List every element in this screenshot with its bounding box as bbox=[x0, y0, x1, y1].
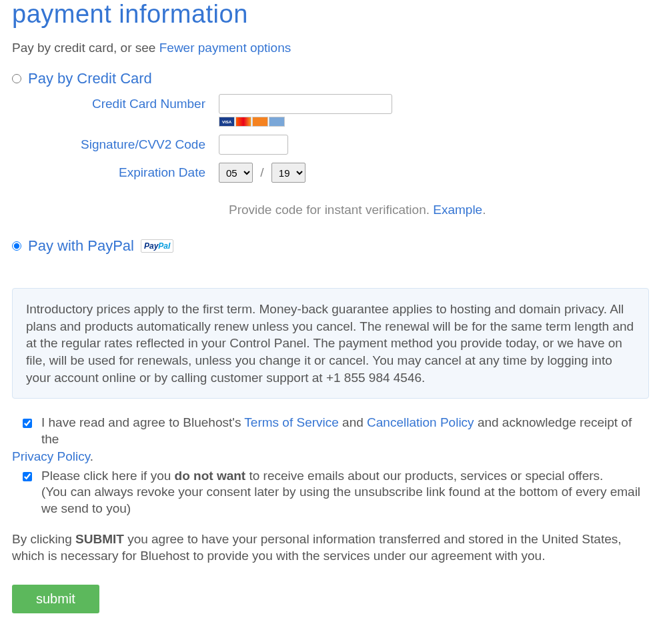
verify-suffix: . bbox=[482, 203, 486, 217]
disclosure-box: Introductory prices apply to the first t… bbox=[12, 288, 649, 399]
cvv-input[interactable] bbox=[219, 135, 288, 155]
tos-checkbox-row: I have read and agree to Bluehost's Term… bbox=[12, 415, 649, 447]
paypal-label: Pay with PayPal bbox=[28, 237, 134, 255]
exp-month-select[interactable]: 05 bbox=[219, 163, 253, 183]
card-brand-icons: VISA bbox=[219, 117, 649, 127]
optout-prefix: Please click here if you bbox=[41, 469, 175, 483]
optout-note: (You can always revoke your consent late… bbox=[41, 485, 640, 515]
optout-suffix: to receive emails about our products, se… bbox=[245, 469, 603, 483]
paypal-radio[interactable] bbox=[12, 241, 21, 251]
amex-icon bbox=[269, 117, 285, 127]
verify-instruction: Provide code for instant verification. E… bbox=[229, 203, 649, 217]
credit-card-radio[interactable] bbox=[12, 74, 21, 83]
tos-and: and bbox=[339, 415, 367, 429]
paypal-badge-pay: Pay bbox=[144, 241, 158, 251]
paypal-badge-pal: Pal bbox=[158, 241, 170, 251]
privacy-period: . bbox=[90, 449, 93, 463]
exp-year-select[interactable]: 19 bbox=[271, 163, 305, 183]
tos-link[interactable]: Terms of Service bbox=[244, 415, 338, 429]
final-agreement-text: By clicking SUBMIT you agree to have you… bbox=[12, 531, 649, 565]
submit-button[interactable]: submit bbox=[12, 585, 99, 613]
intro-prefix: Pay by credit card, or see bbox=[12, 41, 159, 55]
credit-card-label: Pay by Credit Card bbox=[28, 70, 152, 87]
privacy-policy-link[interactable]: Privacy Policy bbox=[12, 449, 90, 463]
fewer-payment-options-link[interactable]: Fewer payment options bbox=[159, 41, 291, 55]
tos-prefix: I have read and agree to Bluehost's bbox=[41, 415, 244, 429]
visa-icon: VISA bbox=[219, 117, 235, 127]
optout-checkbox-row: Please click here if you do not want to … bbox=[12, 468, 649, 517]
cancellation-policy-link[interactable]: Cancellation Policy bbox=[367, 415, 474, 429]
card-number-label: Credit Card Number bbox=[12, 94, 219, 111]
exp-separator: / bbox=[260, 165, 263, 180]
card-number-input[interactable] bbox=[219, 94, 392, 114]
mastercard-icon bbox=[235, 117, 251, 127]
credit-card-form: Credit Card Number VISA Signature/CVV2 C… bbox=[12, 94, 649, 183]
paypal-icon: PayPal bbox=[141, 239, 173, 253]
page-title: payment information bbox=[12, 0, 649, 29]
tos-checkbox[interactable] bbox=[23, 419, 32, 428]
cvv-label: Signature/CVV2 Code bbox=[12, 135, 219, 152]
privacy-policy-line: Privacy Policy. bbox=[12, 449, 649, 464]
final-bold: SUBMIT bbox=[75, 532, 124, 546]
final-prefix: By clicking bbox=[12, 532, 75, 546]
optout-checkbox[interactable] bbox=[23, 472, 32, 481]
example-link[interactable]: Example bbox=[433, 203, 482, 217]
credit-card-option-row: Pay by Credit Card bbox=[12, 70, 649, 87]
paypal-option-row: Pay with PayPal PayPal bbox=[12, 237, 649, 255]
optout-bold: do not want bbox=[175, 469, 246, 483]
intro-line: Pay by credit card, or see Fewer payment… bbox=[12, 41, 649, 55]
verify-text-prefix: Provide code for instant verification. bbox=[229, 203, 433, 217]
expiration-label: Expiration Date bbox=[12, 163, 219, 180]
discover-icon bbox=[252, 117, 268, 127]
